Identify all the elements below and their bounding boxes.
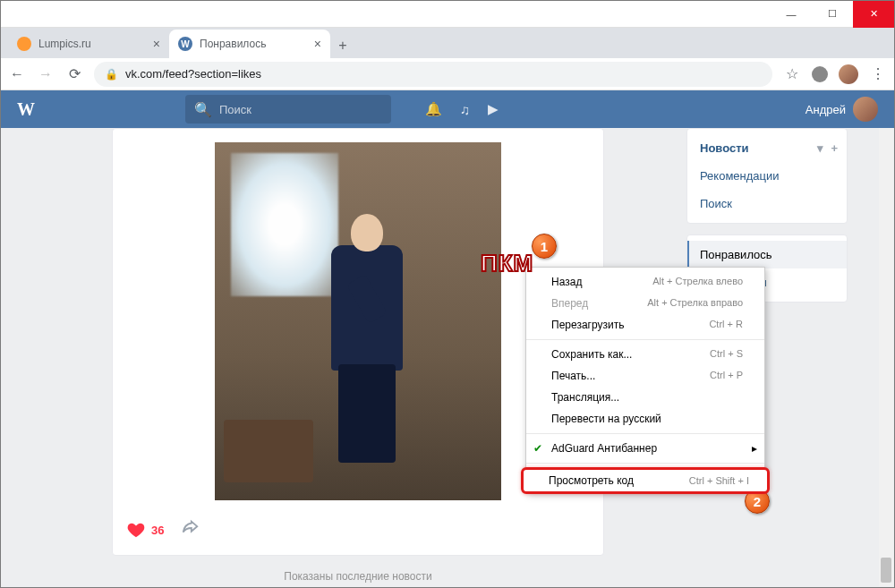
context-menu: НазадAlt + Стрелка влево ВпередAlt + Стр… (525, 267, 765, 493)
annotation-pkm-label: ПКМ (481, 250, 533, 277)
sidebar-item-news[interactable]: Новости ▾ + (687, 134, 847, 162)
annotation-circle-1: 1 (532, 234, 557, 259)
notifications-icon[interactable]: 🔔 (425, 101, 442, 117)
nav-reload-button[interactable]: ⟳ (65, 65, 83, 83)
vk-header-icons: 🔔 ♫ ▶ (425, 101, 499, 117)
vk-username: Андрей (806, 103, 846, 116)
url-text: vk.com/feed?section=likes (125, 67, 261, 81)
sidebar-item-search[interactable]: Поиск (687, 190, 847, 217)
post-actions: 36 (126, 511, 590, 541)
plus-icon[interactable]: + (831, 141, 838, 155)
tab-strip: Lumpics.ru × W Понравилось × + (1, 28, 894, 58)
nav-back-button[interactable]: ← (8, 65, 26, 83)
tab-close-icon[interactable]: × (153, 37, 160, 51)
tab-label: Понравилось (200, 38, 266, 50)
ctx-back[interactable]: НазадAlt + Стрелка влево (526, 271, 764, 293)
url-input[interactable]: 🔒 vk.com/feed?section=likes (94, 62, 772, 87)
post-photo[interactable] (215, 142, 501, 500)
sidebar-box-main: Новости ▾ + Рекомендации Поиск (686, 128, 848, 224)
ctx-print[interactable]: Печать...Ctrl + P (526, 365, 764, 387)
sidebar-item-liked[interactable]: Понравилось (687, 241, 847, 268)
bookmark-star-icon[interactable]: ☆ (783, 65, 801, 83)
browser-menu-button[interactable]: ⋮ (869, 65, 887, 83)
vk-user-menu[interactable]: Андрей (806, 97, 878, 122)
vk-search-input[interactable] (219, 103, 382, 116)
music-icon[interactable]: ♫ (460, 102, 470, 117)
ctx-translate[interactable]: Перевести на русский (526, 408, 764, 430)
vk-user-avatar (853, 97, 878, 122)
scrollbar-thumb[interactable] (881, 558, 891, 583)
share-button[interactable] (180, 518, 200, 541)
address-bar: ← → ⟳ 🔒 vk.com/feed?section=likes ☆ ⋮ (1, 58, 894, 90)
extensions-area: ⋮ (812, 64, 887, 84)
submenu-arrow-icon: ▸ (752, 442, 757, 455)
lock-icon: 🔒 (105, 68, 118, 81)
profile-avatar-button[interactable] (839, 64, 858, 84)
heart-icon (126, 520, 146, 540)
like-button[interactable]: 36 (126, 520, 164, 540)
window-close-button[interactable]: ✕ (853, 1, 894, 28)
favicon-icon: W (178, 37, 192, 51)
window-maximize-button[interactable]: ☐ (812, 1, 853, 28)
tab-vk-liked[interactable]: W Понравилось × (169, 30, 330, 58)
share-icon (180, 518, 200, 538)
vk-logo[interactable]: W (17, 99, 35, 120)
ctx-cast[interactable]: Трансляция... (526, 387, 764, 408)
ctx-inspect-highlighted[interactable]: Просмотреть код Ctrl + Shift + I (521, 467, 770, 494)
favicon-icon (17, 37, 31, 51)
search-icon: 🔍 (194, 101, 212, 118)
vk-header: W 🔍 🔔 ♫ ▶ Андрей (1, 90, 894, 128)
filter-icon[interactable]: ▾ (817, 141, 823, 155)
extension-icon[interactable] (812, 66, 828, 82)
ctx-save-as[interactable]: Сохранить как...Ctrl + S (526, 344, 764, 365)
window-minimize-button[interactable]: — (771, 1, 812, 28)
play-icon[interactable]: ▶ (488, 101, 499, 117)
sidebar-item-recommendations[interactable]: Рекомендации (687, 162, 847, 190)
window-titlebar: — ☐ ✕ (1, 1, 894, 28)
ctx-adguard[interactable]: ✔AdGuard Антибаннер▸ (526, 438, 764, 459)
ctx-reload[interactable]: ПерезагрузитьCtrl + R (526, 314, 764, 336)
feed-footer-text: Показаны последние новости (112, 556, 604, 587)
new-tab-button[interactable]: + (330, 33, 355, 58)
vertical-scrollbar[interactable] (879, 128, 893, 586)
ctx-forward[interactable]: ВпередAlt + Стрелка вправо (526, 293, 764, 314)
tab-label: Lumpics.ru (38, 38, 91, 50)
check-icon: ✔ (533, 442, 542, 455)
tab-close-icon[interactable]: × (314, 37, 321, 51)
like-count: 36 (151, 524, 164, 537)
vk-search-box[interactable]: 🔍 (185, 95, 391, 124)
tab-lumpics[interactable]: Lumpics.ru × (8, 30, 169, 58)
browser-window: — ☐ ✕ Lumpics.ru × W Понравилось × + ← →… (0, 0, 895, 588)
nav-forward-button[interactable]: → (37, 65, 55, 83)
